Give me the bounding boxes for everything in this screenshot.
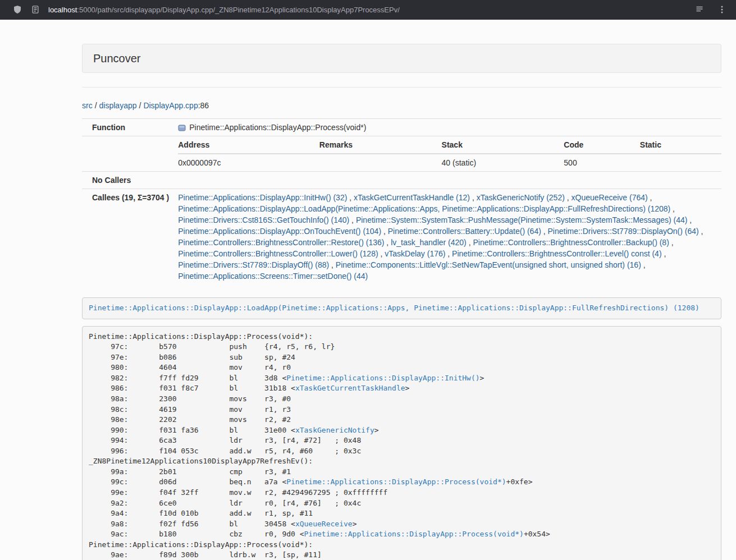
page-identity-icon[interactable] <box>29 3 42 16</box>
url-host: localhost <box>48 6 77 14</box>
callee-link[interactable]: Pinetime::Controllers::Battery::Update()… <box>388 227 541 236</box>
callee-link[interactable]: Pinetime::Controllers::BrightnessControl… <box>178 249 378 258</box>
reader-view-icon[interactable] <box>693 3 706 16</box>
table-row: 0x0000097c 40 (static) 500 <box>178 154 721 171</box>
symbol-link[interactable]: xTaskGenericNotify <box>295 426 374 434</box>
callee-link[interactable]: xTaskGenericNotify (252) <box>477 193 565 202</box>
disassembly-block: Pinetime::Applications::DisplayApp::Proc… <box>82 326 721 560</box>
loadapp-link[interactable]: Pinetime::Applications::DisplayApp::Load… <box>89 304 700 312</box>
loadapp-block: Pinetime::Applications::DisplayApp::Load… <box>82 297 721 319</box>
callee-link[interactable]: Pinetime::Drivers::Cst816S::GetTouchInfo… <box>178 215 349 224</box>
breadcrumb-separator: / <box>95 101 97 110</box>
function-icon <box>178 124 186 132</box>
callee-link[interactable]: lv_task_handler (420) <box>391 238 467 247</box>
callee-link[interactable]: Pinetime::Applications::DisplayApp::Init… <box>178 193 347 202</box>
table-row: Address Remarks Stack Code Static 0x0000… <box>82 136 721 172</box>
no-callers-label: No Callers <box>82 172 171 189</box>
col-remarks: Remarks <box>319 136 442 154</box>
table-row: Callees (19, Σ=3704 ) Pinetime::Applicat… <box>82 189 721 285</box>
col-stack: Stack <box>442 136 564 154</box>
empty-label-cell <box>82 136 171 172</box>
breadcrumb-line-number: :86 <box>198 101 209 110</box>
page-title: Puncover <box>93 52 141 65</box>
callee-link[interactable]: xTaskGetCurrentTaskHandle (12) <box>354 193 470 202</box>
table-row: Function Pinetime::Applications::Display… <box>82 119 721 136</box>
callee-link[interactable]: Pinetime::Controllers::BrightnessControl… <box>473 238 669 247</box>
function-table: Function Pinetime::Applications::Display… <box>82 118 721 284</box>
stack-value: 40 (static) <box>442 154 564 171</box>
divider <box>82 87 721 88</box>
symbol-link[interactable]: Pinetime::Applications::DisplayApp::Proc… <box>304 530 524 538</box>
breadcrumb-link-displayapp[interactable]: displayapp <box>99 101 137 110</box>
menu-dots-icon[interactable] <box>716 3 728 16</box>
static-value <box>640 154 721 171</box>
callee-link[interactable]: Pinetime::Controllers::BrightnessControl… <box>178 238 384 247</box>
remarks-value <box>319 154 442 171</box>
col-address: Address <box>178 136 319 154</box>
url-path: :5000/path/src/displayapp/DisplayApp.cpp… <box>77 6 400 14</box>
breadcrumb-separator: / <box>139 101 141 110</box>
function-name: Pinetime::Applications::DisplayApp::Proc… <box>189 123 366 132</box>
callee-link[interactable]: Pinetime::Applications::Screens::Timer::… <box>178 272 368 281</box>
callees-list: Pinetime::Applications::DisplayApp::Init… <box>171 189 721 285</box>
code-value: 500 <box>564 154 639 171</box>
callee-link[interactable]: vTaskDelay (176) <box>385 249 445 258</box>
breadcrumb-link-file[interactable]: DisplayApp.cpp <box>143 101 198 110</box>
callee-link[interactable]: xQueueReceive (764) <box>572 193 648 202</box>
app-title-panel: Puncover <box>82 44 721 73</box>
callee-link[interactable]: Pinetime::Applications::DisplayApp::OnTo… <box>178 227 381 236</box>
metrics-table: Address Remarks Stack Code Static 0x0000… <box>178 136 721 171</box>
url-bar[interactable]: localhost:5000/path/src/displayapp/Displ… <box>48 0 693 20</box>
callee-link[interactable]: Pinetime::Drivers::St7789::DisplayOff() … <box>178 260 329 269</box>
symbol-link[interactable]: xQueueReceive <box>295 520 353 528</box>
callees-label: Callees (19, Σ=3704 ) <box>82 189 171 285</box>
callee-link[interactable]: Pinetime::System::SystemTask::PushMessag… <box>356 215 688 224</box>
function-row-label: Function <box>82 119 171 136</box>
callee-link[interactable]: Pinetime::Components::LittleVgl::SetNewT… <box>336 260 641 269</box>
callee-link[interactable]: Pinetime::Applications::DisplayApp::Load… <box>178 204 670 213</box>
symbol-link[interactable]: xTaskGetCurrentTaskHandle <box>295 384 405 392</box>
table-row: Address Remarks Stack Code Static <box>178 136 721 154</box>
callee-link[interactable]: Pinetime::Controllers::BrightnessControl… <box>452 249 661 258</box>
browser-chrome: localhost:5000/path/src/displayapp/Displ… <box>0 0 736 20</box>
col-code: Code <box>564 136 639 154</box>
table-row: No Callers <box>82 172 721 189</box>
address-value: 0x0000097c <box>178 154 319 171</box>
col-static: Static <box>640 136 721 154</box>
symbol-link[interactable]: Pinetime::Applications::DisplayApp::Proc… <box>286 478 506 486</box>
shield-icon[interactable] <box>11 3 24 16</box>
symbol-link[interactable]: Pinetime::Applications::DisplayApp::Init… <box>286 374 479 382</box>
breadcrumb: src/displayapp/DisplayApp.cpp:86 <box>82 100 721 111</box>
callee-link[interactable]: Pinetime::Drivers::St7789::DisplayOn() (… <box>548 227 699 236</box>
page-container: Puncover src/displayapp/DisplayApp.cpp:8… <box>82 20 721 560</box>
breadcrumb-link-src[interactable]: src <box>82 101 93 110</box>
no-callers-cell <box>171 172 721 189</box>
